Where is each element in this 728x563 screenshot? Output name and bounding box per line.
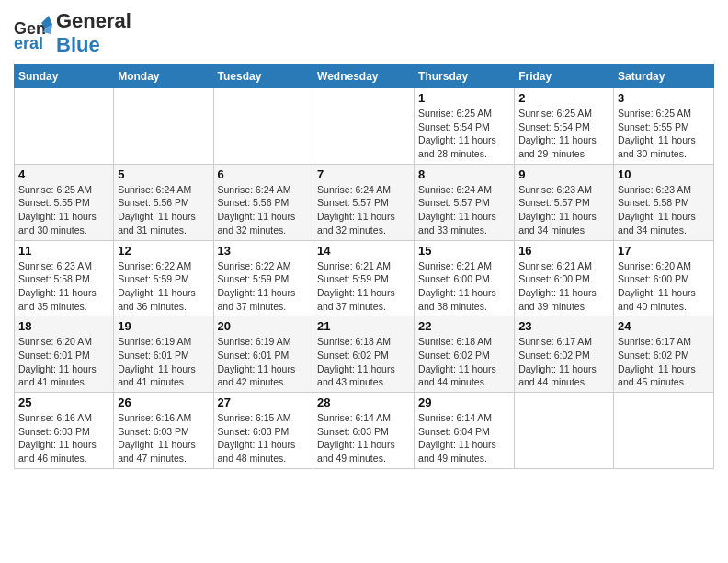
day-info: Sunrise: 6:22 AMSunset: 5:59 PMDaylight:… — [118, 259, 209, 314]
weekday-header-thursday: Thursday — [415, 65, 515, 88]
day-info: Sunrise: 6:24 AMSunset: 5:56 PMDaylight:… — [118, 183, 209, 237]
day-number: 27 — [218, 396, 310, 409]
calendar-day: 5 Sunrise: 6:24 AMSunset: 5:56 PMDayligh… — [114, 164, 213, 240]
calendar-day: 16 Sunrise: 6:21 AMSunset: 6:00 PMDaylig… — [515, 240, 614, 316]
day-info: Sunrise: 6:25 AMSunset: 5:54 PMDaylight:… — [518, 107, 609, 161]
day-info: Sunrise: 6:21 AMSunset: 6:00 PMDaylight:… — [418, 259, 510, 314]
calendar-week-4: 18 Sunrise: 6:20 AMSunset: 6:01 PMDaylig… — [15, 316, 714, 393]
calendar-day: 12 Sunrise: 6:22 AMSunset: 5:59 PMDaylig… — [114, 240, 213, 316]
day-number: 5 — [118, 167, 209, 181]
calendar-day: 27 Sunrise: 6:15 AMSunset: 6:03 PMDaylig… — [213, 393, 313, 469]
calendar-day: 4 Sunrise: 6:25 AMSunset: 5:55 PMDayligh… — [15, 164, 114, 240]
calendar-header-row: SundayMondayTuesdayWednesdayThursdayFrid… — [15, 65, 714, 88]
day-number: 13 — [218, 244, 310, 258]
day-info: Sunrise: 6:15 AMSunset: 6:03 PMDaylight:… — [218, 411, 310, 465]
day-number: 21 — [317, 319, 410, 333]
calendar-week-5: 25 Sunrise: 6:16 AMSunset: 6:03 PMDaylig… — [15, 393, 714, 469]
calendar-day: 14 Sunrise: 6:21 AMSunset: 5:59 PMDaylig… — [313, 240, 415, 316]
day-info: Sunrise: 6:25 AMSunset: 5:55 PMDaylight:… — [618, 107, 710, 161]
day-info: Sunrise: 6:14 AMSunset: 6:04 PMDaylight:… — [418, 411, 510, 465]
day-info: Sunrise: 6:17 AMSunset: 6:02 PMDaylight:… — [618, 335, 710, 389]
calendar-day — [213, 88, 313, 165]
weekday-header-wednesday: Wednesday — [313, 65, 415, 88]
calendar-day: 24 Sunrise: 6:17 AMSunset: 6:02 PMDaylig… — [614, 316, 714, 393]
day-info: Sunrise: 6:22 AMSunset: 5:59 PMDaylight:… — [218, 259, 310, 314]
day-info: Sunrise: 6:23 AMSunset: 5:58 PMDaylight:… — [18, 259, 109, 314]
calendar-day: 22 Sunrise: 6:18 AMSunset: 6:02 PMDaylig… — [415, 316, 515, 393]
day-number: 22 — [418, 319, 510, 333]
day-number: 19 — [118, 319, 209, 333]
day-info: Sunrise: 6:17 AMSunset: 6:02 PMDaylight:… — [518, 335, 609, 389]
day-number: 23 — [518, 319, 609, 333]
day-info: Sunrise: 6:18 AMSunset: 6:02 PMDaylight:… — [418, 335, 510, 389]
day-info: Sunrise: 6:16 AMSunset: 6:03 PMDaylight:… — [18, 411, 109, 465]
day-number: 11 — [18, 244, 109, 258]
day-info: Sunrise: 6:25 AMSunset: 5:55 PMDaylight:… — [18, 183, 109, 237]
calendar-week-2: 4 Sunrise: 6:25 AMSunset: 5:55 PMDayligh… — [15, 164, 714, 240]
day-info: Sunrise: 6:23 AMSunset: 5:58 PMDaylight:… — [618, 183, 710, 237]
calendar-day: 19 Sunrise: 6:19 AMSunset: 6:01 PMDaylig… — [114, 316, 213, 393]
calendar-day — [114, 88, 213, 165]
day-info: Sunrise: 6:24 AMSunset: 5:56 PMDaylight:… — [218, 183, 310, 237]
day-number: 29 — [418, 396, 510, 409]
calendar-day: 11 Sunrise: 6:23 AMSunset: 5:58 PMDaylig… — [15, 240, 114, 316]
day-info: Sunrise: 6:18 AMSunset: 6:02 PMDaylight:… — [317, 335, 410, 389]
day-number: 16 — [518, 244, 609, 258]
calendar-day: 25 Sunrise: 6:16 AMSunset: 6:03 PMDaylig… — [15, 393, 114, 469]
weekday-header-friday: Friday — [515, 65, 614, 88]
calendar-day: 2 Sunrise: 6:25 AMSunset: 5:54 PMDayligh… — [515, 88, 614, 165]
calendar-day: 1 Sunrise: 6:25 AMSunset: 5:54 PMDayligh… — [415, 88, 515, 165]
day-info: Sunrise: 6:20 AMSunset: 6:00 PMDaylight:… — [618, 259, 710, 314]
day-number: 15 — [418, 244, 510, 258]
calendar-day: 29 Sunrise: 6:14 AMSunset: 6:04 PMDaylig… — [415, 393, 515, 469]
day-info: Sunrise: 6:20 AMSunset: 6:01 PMDaylight:… — [18, 335, 109, 389]
day-number: 9 — [518, 167, 609, 181]
calendar-day — [313, 88, 415, 165]
day-info: Sunrise: 6:25 AMSunset: 5:54 PMDaylight:… — [418, 107, 510, 161]
day-info: Sunrise: 6:21 AMSunset: 5:59 PMDaylight:… — [317, 259, 410, 314]
calendar-day: 10 Sunrise: 6:23 AMSunset: 5:58 PMDaylig… — [614, 164, 714, 240]
weekday-header-sunday: Sunday — [15, 65, 114, 88]
day-number: 20 — [218, 319, 310, 333]
day-info: Sunrise: 6:21 AMSunset: 6:00 PMDaylight:… — [518, 259, 609, 314]
logo-blue: Blue — [56, 33, 100, 56]
calendar-day: 3 Sunrise: 6:25 AMSunset: 5:55 PMDayligh… — [614, 88, 714, 165]
calendar-day: 9 Sunrise: 6:23 AMSunset: 5:57 PMDayligh… — [515, 164, 614, 240]
calendar-day: 17 Sunrise: 6:20 AMSunset: 6:00 PMDaylig… — [614, 240, 714, 316]
calendar-day: 13 Sunrise: 6:22 AMSunset: 5:59 PMDaylig… — [213, 240, 313, 316]
day-number: 26 — [118, 396, 209, 409]
page-header: Gen eral General Blue — [14, 9, 714, 57]
weekday-header-tuesday: Tuesday — [213, 65, 313, 88]
calendar-week-3: 11 Sunrise: 6:23 AMSunset: 5:58 PMDaylig… — [15, 240, 714, 316]
day-info: Sunrise: 6:19 AMSunset: 6:01 PMDaylight:… — [118, 335, 209, 389]
day-info: Sunrise: 6:19 AMSunset: 6:01 PMDaylight:… — [218, 335, 310, 389]
calendar-day: 26 Sunrise: 6:16 AMSunset: 6:03 PMDaylig… — [114, 393, 213, 469]
calendar-day: 28 Sunrise: 6:14 AMSunset: 6:03 PMDaylig… — [313, 393, 415, 469]
day-number: 24 — [618, 319, 710, 333]
calendar-table: SundayMondayTuesdayWednesdayThursdayFrid… — [14, 64, 714, 469]
calendar-day: 21 Sunrise: 6:18 AMSunset: 6:02 PMDaylig… — [313, 316, 415, 393]
logo-general: General — [56, 9, 131, 32]
logo: Gen eral General Blue — [14, 9, 131, 57]
day-info: Sunrise: 6:23 AMSunset: 5:57 PMDaylight:… — [518, 183, 609, 237]
day-number: 2 — [518, 91, 609, 105]
day-number: 17 — [618, 244, 710, 258]
day-number: 1 — [418, 91, 510, 105]
day-number: 8 — [418, 167, 510, 181]
weekday-header-saturday: Saturday — [614, 65, 714, 88]
calendar-day — [614, 393, 714, 469]
day-number: 10 — [618, 167, 710, 181]
weekday-header-monday: Monday — [114, 65, 213, 88]
calendar-day: 7 Sunrise: 6:24 AMSunset: 5:57 PMDayligh… — [313, 164, 415, 240]
day-number: 3 — [618, 91, 710, 105]
calendar-day — [515, 393, 614, 469]
day-number: 4 — [18, 167, 109, 181]
day-info: Sunrise: 6:14 AMSunset: 6:03 PMDaylight:… — [317, 411, 410, 465]
day-number: 7 — [317, 167, 410, 181]
day-number: 12 — [118, 244, 209, 258]
calendar-week-1: 1 Sunrise: 6:25 AMSunset: 5:54 PMDayligh… — [15, 88, 714, 165]
calendar-day: 20 Sunrise: 6:19 AMSunset: 6:01 PMDaylig… — [213, 316, 313, 393]
svg-text:eral: eral — [14, 34, 43, 51]
day-number: 14 — [317, 244, 410, 258]
calendar-day: 18 Sunrise: 6:20 AMSunset: 6:01 PMDaylig… — [15, 316, 114, 393]
